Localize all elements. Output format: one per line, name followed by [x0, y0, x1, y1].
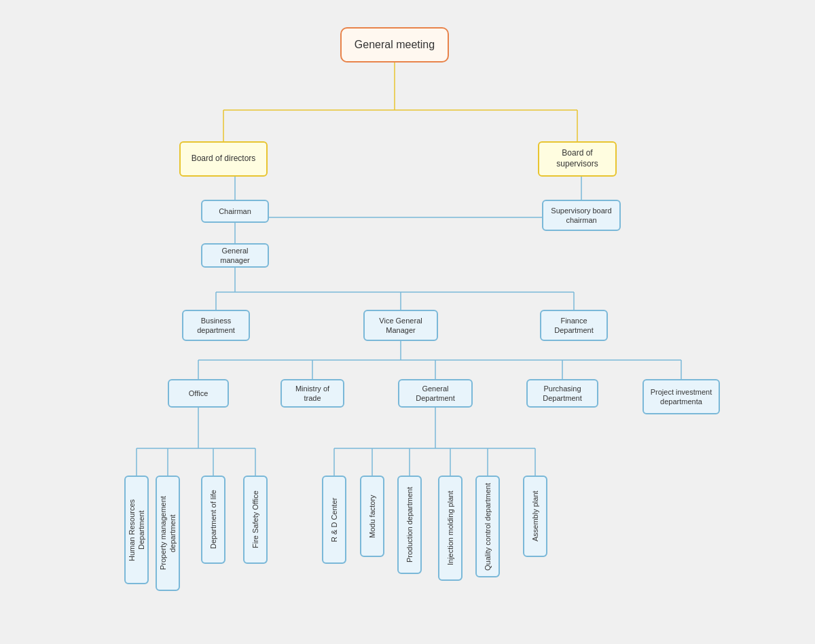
- node-assembly: Assembly plant: [523, 476, 547, 557]
- node-ministry-trade: Ministry of trade: [280, 379, 344, 408]
- node-purchasing: Purchasing Department: [526, 379, 598, 408]
- node-fire-safety: Fire Safety Office: [243, 476, 268, 564]
- node-modu-factory: Modu factory: [360, 476, 384, 557]
- node-board-directors: Board of directors: [179, 141, 268, 177]
- node-chairman: Chairman: [201, 200, 269, 223]
- node-general-meeting: General meeting: [340, 27, 449, 62]
- node-property-mgmt: Property management department: [156, 476, 180, 591]
- node-rnd-center: R & D Center: [322, 476, 346, 564]
- node-general-manager: General manager: [201, 243, 269, 268]
- node-general-dept: General Department: [398, 379, 473, 408]
- node-office: Office: [168, 379, 229, 408]
- node-injection: Injection molding plant: [438, 476, 463, 581]
- node-finance-dept: Finance Department: [540, 310, 608, 341]
- node-board-supervisors: Board of supervisors: [538, 141, 617, 177]
- node-human-resources: Human Resources Department: [124, 476, 149, 584]
- node-vice-general: Vice General Manager: [363, 310, 438, 341]
- node-dept-life: Department of life: [201, 476, 225, 564]
- node-business-dept: Business department: [182, 310, 250, 341]
- org-chart: General meeting Board of directors Board…: [0, 0, 815, 644]
- node-project-invest: Project investment departmenta: [642, 379, 720, 414]
- node-quality-ctrl: Quality control department: [475, 476, 500, 577]
- node-supervisory-chairman: Supervisory board chairman: [542, 200, 621, 231]
- node-production: Production department: [397, 476, 422, 574]
